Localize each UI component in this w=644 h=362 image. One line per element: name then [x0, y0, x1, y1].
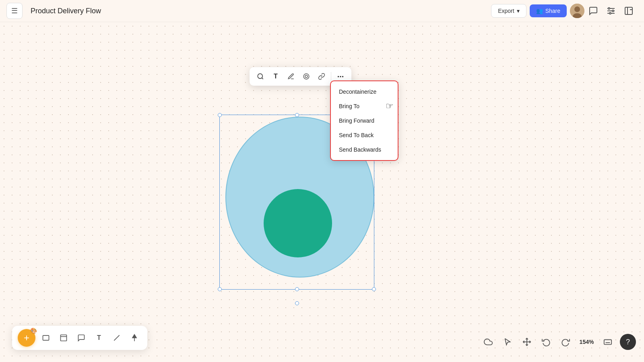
context-menu: Decontainerize Bring To ☞ Bring Forward …: [330, 80, 398, 161]
svg-marker-20: [132, 335, 136, 338]
svg-rect-16: [43, 335, 49, 340]
settings-icon[interactable]: [605, 5, 617, 16]
svg-point-12: [258, 74, 262, 78]
context-menu-item-decontainerize[interactable]: Decontainerize: [331, 84, 398, 99]
svg-line-13: [262, 78, 263, 79]
context-menu-item-bring-to[interactable]: Bring To ☞: [331, 99, 398, 113]
bottom-toolbar: + T: [12, 326, 147, 350]
text-tool[interactable]: T: [269, 70, 283, 83]
menu-button[interactable]: ☰: [6, 3, 23, 19]
svg-rect-9: [625, 7, 632, 14]
svg-rect-24: [604, 340, 611, 345]
frame-tool[interactable]: [56, 331, 71, 345]
keyboard-icon[interactable]: [601, 335, 615, 349]
comment-icon[interactable]: [588, 5, 599, 16]
export-dropdown-icon: ▾: [517, 8, 520, 14]
menu-icon: ☰: [11, 6, 18, 15]
svg-rect-17: [61, 335, 67, 341]
redo-button[interactable]: [558, 335, 573, 349]
zoom-level[interactable]: 154%: [578, 339, 596, 345]
cursor-hand-icon: ☞: [386, 102, 394, 111]
handle-br[interactable]: [372, 287, 376, 291]
comment-tool[interactable]: [74, 331, 89, 345]
export-panel-icon[interactable]: [623, 5, 634, 16]
pen-tool[interactable]: [284, 70, 298, 83]
shape-tool[interactable]: [299, 70, 313, 83]
handle-bl[interactable]: [218, 287, 222, 291]
canvas: T ··· Decontainerize Bring To ☞: [0, 22, 644, 362]
context-menu-item-send-to-back[interactable]: Send To Back: [331, 128, 398, 142]
handle-rotate[interactable]: [295, 301, 299, 305]
svg-point-6: [608, 8, 610, 9]
svg-point-14: [303, 74, 309, 79]
header-right-icons: [588, 5, 634, 16]
share-button[interactable]: 👥 Share: [530, 4, 567, 17]
help-icon: ?: [626, 338, 630, 346]
undo-button[interactable]: [539, 335, 553, 349]
link-tool[interactable]: [315, 70, 328, 83]
avatar[interactable]: [570, 4, 584, 18]
arrow-tool[interactable]: [127, 331, 142, 345]
svg-point-8: [609, 12, 611, 14]
text-tool-bottom[interactable]: T: [92, 331, 106, 345]
context-menu-item-bring-forward[interactable]: Bring Forward: [331, 113, 398, 128]
diagram-title-input[interactable]: [26, 5, 129, 17]
move-icon[interactable]: [520, 335, 534, 349]
toolbar-divider: [331, 72, 331, 81]
handle-tl[interactable]: [218, 113, 222, 117]
share-label: Share: [545, 8, 560, 14]
svg-line-19: [114, 335, 119, 340]
pointer-icon[interactable]: [500, 335, 515, 349]
title-bar: ☰ Export ▾ 👥 Share: [0, 0, 644, 22]
bottom-right-controls: 154% ?: [481, 334, 636, 350]
export-label: Export: [498, 8, 514, 14]
svg-point-15: [305, 75, 308, 78]
svg-point-1: [574, 6, 580, 12]
add-button[interactable]: +: [18, 329, 35, 347]
share-icon: 👥: [536, 8, 543, 14]
line-tool[interactable]: [109, 331, 124, 345]
rectangle-tool[interactable]: [39, 331, 53, 345]
search-tool[interactable]: [254, 70, 267, 83]
add-icon: +: [24, 332, 29, 343]
small-circle[interactable]: [264, 189, 332, 257]
context-menu-item-send-backwards[interactable]: Send Backwards: [331, 142, 398, 157]
svg-point-7: [612, 10, 614, 12]
handle-bm[interactable]: [295, 287, 299, 291]
export-button[interactable]: Export ▾: [491, 4, 526, 18]
cloud-icon[interactable]: [481, 335, 495, 349]
help-button[interactable]: ?: [620, 334, 636, 350]
